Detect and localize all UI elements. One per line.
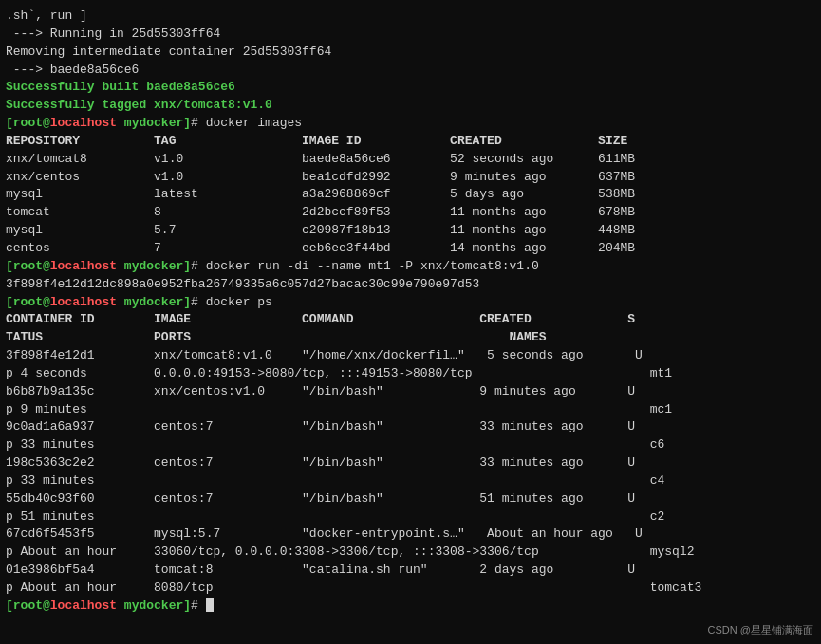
- terminal-line: Successfully tagged xnx/tomcat8:v1.0: [6, 97, 815, 115]
- terminal-line: [root@localhost mydocker]#: [6, 598, 815, 616]
- terminal-line: TATUS PORTS NAMES: [6, 329, 815, 347]
- terminal-line: REPOSITORY TAG IMAGE ID CREATED SIZE: [6, 133, 815, 151]
- terminal-line: Removing intermediate container 25d55303…: [6, 44, 815, 62]
- terminal-line: 3f898f4e12d1 xnx/tomcat8:v1.0 "/home/xnx…: [6, 347, 815, 365]
- terminal-line: p 33 minutes c4: [6, 472, 815, 490]
- terminal-line: 9c0ad1a6a937 centos:7 "/bin/bash" 33 min…: [6, 418, 815, 436]
- terminal-line: p About an hour 33060/tcp, 0.0.0.0:3308-…: [6, 543, 815, 561]
- terminal-line: 198c5363c2e2 centos:7 "/bin/bash" 33 min…: [6, 454, 815, 472]
- terminal-line: [root@localhost mydocker]# docker ps: [6, 294, 815, 312]
- terminal-line: b6b87b9a135c xnx/centos:v1.0 "/bin/bash"…: [6, 383, 815, 401]
- terminal-line: [root@localhost mydocker]# docker images: [6, 115, 815, 133]
- terminal-line: mysql latest a3a2968869cf 5 days ago 538…: [6, 186, 815, 204]
- watermark: CSDN @星星铺满海面: [708, 623, 813, 638]
- terminal-line: 01e3986bf5a4 tomcat:8 "catalina.sh run" …: [6, 561, 815, 580]
- terminal-line: xnx/tomcat8 v1.0 baede8a56ce6 52 seconds…: [6, 151, 815, 169]
- terminal-line: p 33 minutes c6: [6, 436, 815, 454]
- terminal-line: p 4 seconds 0.0.0.0:49153->8080/tcp, :::…: [6, 365, 815, 383]
- terminal-line: [root@localhost mydocker]# docker run -d…: [6, 258, 815, 276]
- cursor[interactable]: [206, 598, 214, 612]
- terminal-window: .sh`, run ] ---> Running in 25d55303ff64…: [0, 0, 821, 644]
- terminal-line: p 51 minutes c2: [6, 508, 815, 526]
- terminal-line: mysql 5.7 c20987f18b13 11 months ago 448…: [6, 222, 815, 240]
- terminal-line: p About an hour 8080/tcp tomcat3: [6, 580, 815, 598]
- terminal-line: p 9 minutes mc1: [6, 401, 815, 419]
- terminal-line: .sh`, run ]: [6, 8, 815, 26]
- terminal-line: xnx/centos v1.0 bea1cdfd2992 9 minutes a…: [6, 169, 815, 187]
- terminal-line: 55db40c93f60 centos:7 "/bin/bash" 51 min…: [6, 490, 815, 508]
- terminal-content: .sh`, run ] ---> Running in 25d55303ff64…: [6, 8, 815, 616]
- terminal-line: Successfully built baede8a56ce6: [6, 79, 815, 97]
- terminal-line: ---> Running in 25d55303ff64: [6, 26, 815, 44]
- terminal-line: CONTAINER ID IMAGE COMMAND CREATED S: [6, 311, 815, 329]
- terminal-line: 67cd6f5453f5 mysql:5.7 "docker-entrypoin…: [6, 525, 815, 543]
- terminal-line: centos 7 eeb6ee3f44bd 14 months ago 204M…: [6, 240, 815, 258]
- terminal-line: ---> baede8a56ce6: [6, 62, 815, 80]
- terminal-line: tomcat 8 2d2bccf89f53 11 months ago 678M…: [6, 204, 815, 222]
- terminal-line: 3f898f4e12d12dc898a0e952fba26749335a6c05…: [6, 276, 815, 294]
